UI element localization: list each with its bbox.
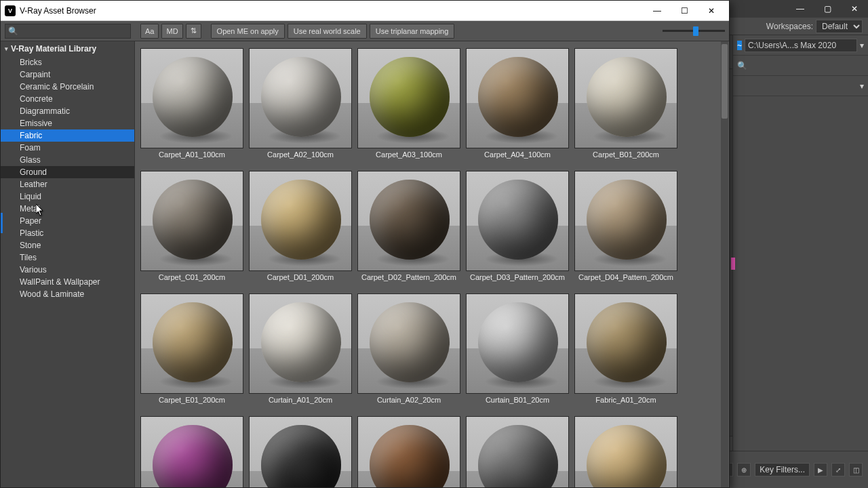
sidebar-item-diagrammatic[interactable]: Diagrammatic: [1, 105, 134, 117]
window-title: V-Ray Asset Browser: [20, 6, 644, 16]
status-icon[interactable]: ⤢: [831, 463, 845, 476]
sidebar-item-tiles[interactable]: Tiles: [1, 251, 134, 264]
scrollbar[interactable]: [721, 41, 728, 487]
host-maximize-button[interactable]: ▢: [814, 0, 841, 18]
sidebar-item-fabric[interactable]: Fabric: [1, 129, 134, 142]
asset-thumbnail[interactable]: [357, 293, 460, 394]
scrollbar-thumb[interactable]: [722, 44, 728, 119]
asset-thumbnail[interactable]: [466, 416, 569, 487]
asset-thumbnail[interactable]: [140, 171, 243, 271]
asset-thumbnail[interactable]: [249, 48, 352, 148]
asset-item[interactable]: Carpet_D02_Pattern_200cm: [357, 171, 460, 281]
asset-item[interactable]: Carpet_A02_100cm: [249, 48, 352, 159]
md-toggle[interactable]: MD: [161, 24, 182, 39]
asset-label: Carpet_D03_Pattern_200cm: [466, 271, 569, 281]
asset-item[interactable]: [574, 416, 677, 487]
asset-label: Carpet_E01_200cm: [140, 394, 243, 404]
sidebar-item-wood-laminate[interactable]: Wood & Laminate: [1, 288, 134, 300]
sidebar-item-concrete[interactable]: Concrete: [1, 93, 134, 105]
asset-item[interactable]: Carpet_D03_Pattern_200cm: [466, 171, 569, 281]
asset-thumbnail[interactable]: [140, 293, 243, 394]
asset-item[interactable]: [249, 416, 352, 487]
asset-thumbnail[interactable]: [466, 171, 569, 271]
search-icon[interactable]: 🔍: [737, 61, 747, 70]
category-list: BricksCarpaintCeramic & PorcelainConcret…: [1, 56, 134, 300]
window-titlebar[interactable]: V V-Ray Asset Browser — ☐ ✕: [1, 1, 729, 21]
minimize-button[interactable]: —: [644, 1, 671, 20]
asset-item[interactable]: Fabric_A01_20cm: [574, 293, 677, 404]
sidebar-item-foam[interactable]: Foam: [1, 142, 134, 154]
thumbnail-size-slider[interactable]: [663, 24, 725, 39]
asset-thumbnail[interactable]: [357, 416, 460, 487]
asset-thumbnail[interactable]: [466, 293, 569, 394]
chevron-down-icon[interactable]: ▾: [860, 81, 864, 91]
asset-item[interactable]: [357, 416, 460, 487]
sidebar-item-wallpaint-wallpaper[interactable]: WallPaint & Wallpaper: [1, 276, 134, 288]
sidebar-item-leather[interactable]: Leather: [1, 178, 134, 190]
library-header[interactable]: V-Ray Material Library: [1, 41, 134, 56]
host-minimize-button[interactable]: —: [787, 0, 814, 18]
asset-thumbnail[interactable]: [249, 293, 352, 394]
asset-thumbnail[interactable]: [249, 171, 352, 271]
sidebar-item-ceramic-porcelain[interactable]: Ceramic & Porcelain: [1, 81, 134, 93]
asset-item[interactable]: Curtain_A01_20cm: [249, 293, 352, 404]
status-icon[interactable]: ◫: [849, 463, 863, 476]
sidebar-item-liquid[interactable]: Liquid: [1, 190, 134, 203]
asset-item[interactable]: Carpet_C01_200cm: [140, 171, 243, 281]
asset-thumbnail[interactable]: [574, 293, 677, 394]
host-close-button[interactable]: ✕: [841, 0, 868, 18]
asset-item[interactable]: Curtain_B01_20cm: [466, 293, 569, 404]
sidebar-item-plastic[interactable]: Plastic: [1, 227, 134, 239]
sidebar-item-paper[interactable]: Paper: [1, 215, 134, 227]
asset-label: Carpet_A02_100cm: [249, 148, 352, 159]
sidebar-item-stone[interactable]: Stone: [1, 239, 134, 251]
aa-toggle[interactable]: Aa: [140, 24, 159, 39]
asset-item[interactable]: [466, 416, 569, 487]
asset-label: Curtain_A01_20cm: [249, 394, 352, 404]
asset-thumbnail[interactable]: [140, 48, 243, 148]
asset-thumbnail[interactable]: [574, 48, 677, 148]
asset-label: Carpet_B01_200cm: [574, 148, 677, 159]
asset-thumbnail[interactable]: [466, 48, 569, 148]
maximize-button[interactable]: ☐: [671, 1, 698, 20]
open-me-button[interactable]: Open ME on apply: [211, 24, 285, 39]
asset-item[interactable]: [140, 416, 243, 487]
asset-item[interactable]: Carpet_D04_Pattern_200cm: [574, 171, 677, 281]
selection-indicator: [1, 213, 3, 233]
panel-icon[interactable]: ~: [737, 41, 742, 50]
asset-item[interactable]: Carpet_B01_200cm: [574, 48, 677, 159]
asset-item[interactable]: Carpet_E01_200cm: [140, 293, 243, 404]
asset-thumbnail[interactable]: [140, 416, 243, 487]
sidebar-item-emissive[interactable]: Emissive: [1, 117, 134, 129]
asset-label: Carpet_D01_200cm: [249, 271, 352, 281]
asset-item[interactable]: Carpet_A03_100cm: [357, 48, 460, 159]
triplanar-button[interactable]: Use triplanar mapping: [370, 24, 455, 39]
chevron-down-icon[interactable]: ▾: [860, 41, 864, 50]
asset-label: Curtain_A02_20cm: [357, 394, 460, 404]
sidebar-item-various[interactable]: Various: [1, 264, 134, 276]
asset-item[interactable]: Curtain_A02_20cm: [357, 293, 460, 404]
search-icon: 🔍: [8, 26, 18, 36]
asset-thumbnail[interactable]: [249, 416, 352, 487]
search-input[interactable]: 🔍: [5, 24, 131, 39]
scene-path-field[interactable]: [745, 39, 857, 52]
sidebar-item-ground[interactable]: Ground: [1, 166, 134, 178]
asset-thumbnail[interactable]: [574, 416, 677, 487]
asset-thumbnail[interactable]: [574, 171, 677, 271]
workspaces-select[interactable]: Default: [816, 20, 863, 33]
status-icon[interactable]: ▶: [814, 463, 827, 476]
sidebar-item-carpaint[interactable]: Carpaint: [1, 68, 134, 81]
real-world-scale-button[interactable]: Use real world scale: [288, 24, 367, 39]
close-button[interactable]: ✕: [698, 1, 725, 20]
sidebar-item-metal[interactable]: Metal: [1, 203, 134, 215]
asset-item[interactable]: Carpet_A04_100cm: [466, 48, 569, 159]
key-filters-button[interactable]: Key Filters...: [755, 463, 810, 476]
sidebar-item-glass[interactable]: Glass: [1, 154, 134, 166]
asset-thumbnail[interactable]: [357, 171, 460, 271]
sidebar-item-bricks[interactable]: Bricks: [1, 56, 134, 68]
status-icon[interactable]: ⊕: [737, 463, 751, 476]
asset-item[interactable]: Carpet_A01_100cm: [140, 48, 243, 159]
sort-toggle[interactable]: ⇅: [186, 24, 201, 39]
asset-item[interactable]: Carpet_D01_200cm: [249, 171, 352, 281]
asset-thumbnail[interactable]: [357, 48, 460, 148]
